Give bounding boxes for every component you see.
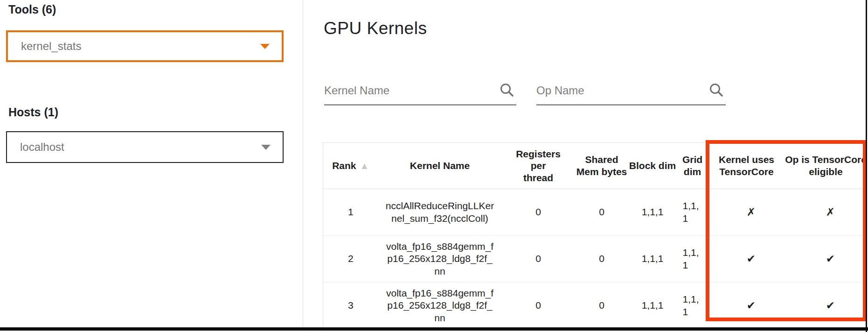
dropdown-arrow-icon xyxy=(261,145,271,150)
rank-cell: 3 xyxy=(323,283,378,329)
page-title: GPU Kernels xyxy=(324,19,427,38)
hosts-select-value: localhost xyxy=(20,141,64,154)
registers-cell: 0 xyxy=(502,283,575,329)
sidebar: Tools (6) kernel_stats Hosts (1) localho… xyxy=(0,0,303,327)
column-header-rank[interactable]: Rank▲ xyxy=(323,143,378,189)
registers-cell: 0 xyxy=(502,189,575,236)
table-row[interactable]: 2 volta_fp16_s884gemm_fp16_256x128_ldg8_… xyxy=(323,236,867,283)
kernel-tensorcore-cell: ✗ xyxy=(708,189,785,236)
content-divider xyxy=(303,0,303,327)
hosts-label: Hosts (1) xyxy=(8,106,58,119)
block-dim-cell: 1,1,1 xyxy=(629,236,677,283)
kernel-name-cell: ncclAllReduceRingLLKernel_sum_f32(ncclCo… xyxy=(378,189,502,236)
rank-cell: 1 xyxy=(323,189,378,236)
column-header-kernel-uses-tensorcore[interactable]: Kernel uses TensorCore xyxy=(708,143,785,189)
op-tensorcore-cell: ✔ xyxy=(785,236,867,283)
table-row[interactable]: 1 ncclAllReduceRingLLKernel_sum_f32(nccl… xyxy=(323,189,867,236)
op-name-search-input[interactable] xyxy=(536,84,705,97)
right-border-bar xyxy=(866,0,867,332)
rank-cell: 2 xyxy=(323,236,378,283)
grid-dim-cell: 1,1,1 xyxy=(677,236,708,283)
gpu-kernels-table: Rank▲ Kernel Name Registers per thread S… xyxy=(323,142,867,329)
block-dim-cell: 1,1,1 xyxy=(629,283,677,329)
table-row[interactable]: 3 volta_fp16_s884gemm_fp16_256x128_ldg8_… xyxy=(323,283,867,329)
kernel-tensorcore-cell: ✔ xyxy=(708,283,785,329)
grid-dim-cell: 1,1,1 xyxy=(677,189,708,236)
kernel-tensorcore-cell: ✔ xyxy=(708,236,785,283)
kernel-name-search-input[interactable] xyxy=(324,84,496,97)
block-dim-cell: 1,1,1 xyxy=(629,189,677,236)
shared-mem-cell: 0 xyxy=(575,283,629,329)
column-header-block-dim[interactable]: Block dim xyxy=(629,143,677,189)
kernel-name-cell: volta_fp16_s884gemm_fp16_256x128_ldg8_f2… xyxy=(378,283,502,329)
kernel-name-cell: volta_fp16_s884gemm_fp16_256x128_ldg8_f2… xyxy=(378,236,502,283)
search-icon xyxy=(708,82,725,99)
column-header-grid-dim[interactable]: Grid dim xyxy=(677,143,708,189)
shared-mem-cell: 0 xyxy=(575,189,629,236)
registers-cell: 0 xyxy=(502,236,575,283)
column-header-registers-per-thread[interactable]: Registers per thread xyxy=(502,143,575,189)
op-tensorcore-cell: ✗ xyxy=(785,189,867,236)
op-name-search-field xyxy=(536,77,726,106)
sort-ascending-icon[interactable]: ▲ xyxy=(360,161,369,171)
hosts-select[interactable]: localhost xyxy=(6,131,284,163)
grid-dim-cell: 1,1,1 xyxy=(677,283,708,329)
column-header-shared-mem-bytes[interactable]: Shared Mem bytes xyxy=(575,143,629,189)
tools-select[interactable]: kernel_stats xyxy=(6,30,284,62)
column-header-op-tensorcore-eligible[interactable]: Op is TensorCore eligible xyxy=(785,143,867,189)
tools-label: Tools (6) xyxy=(8,3,56,16)
tools-select-value: kernel_stats xyxy=(21,40,81,53)
bottom-border-bar xyxy=(0,327,868,331)
column-header-kernel-name[interactable]: Kernel Name xyxy=(378,143,502,189)
op-tensorcore-cell: ✔ xyxy=(785,283,867,329)
table-header-row: Rank▲ Kernel Name Registers per thread S… xyxy=(323,143,867,189)
kernel-name-search-field xyxy=(324,77,516,106)
search-icon xyxy=(499,82,515,99)
shared-mem-cell: 0 xyxy=(575,236,629,283)
dropdown-arrow-icon xyxy=(260,44,270,49)
